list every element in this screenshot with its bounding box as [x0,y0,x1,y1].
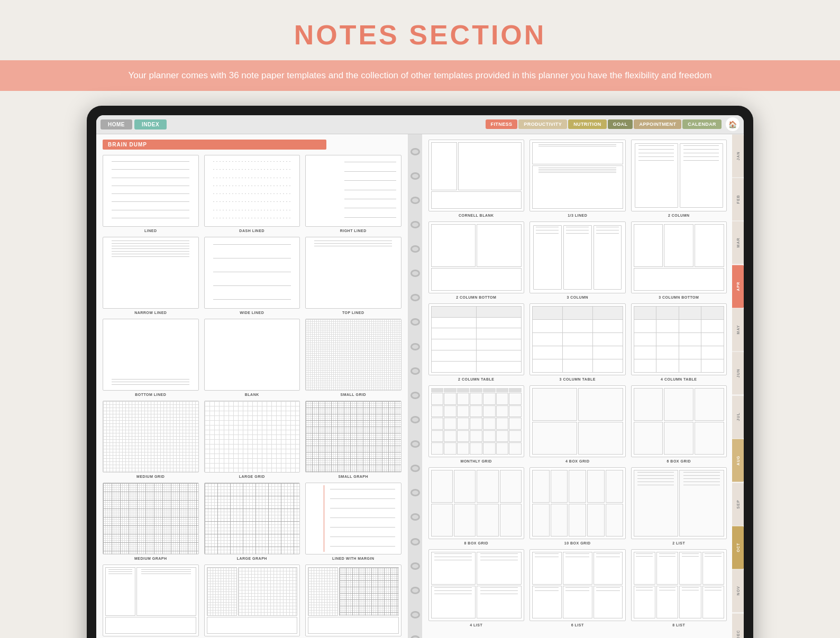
month-tab-jan[interactable]: JAN [732,134,744,177]
goal-tab[interactable]: GOAL [608,119,633,129]
left-page: BRAIN DUMP LINED [96,134,408,639]
month-tab-jun[interactable]: JUN [732,352,744,394]
month-tabs: JAN FEB MAR APR MAY JUN JUL AUG SEP OCT … [732,134,744,639]
template-cornell[interactable]: CORNELL [103,565,199,638]
home-icon[interactable]: 🏠 [726,117,739,131]
template-two-column-bottom[interactable]: 2 COLUMN BOTTOM [428,221,525,299]
top-navigation: HOME INDEX FITNESS PRODUCTIVITY NUTRITIO… [96,115,744,134]
content-area: BRAIN DUMP LINED [96,134,744,639]
template-lined-margin[interactable]: LINED WITH MARGIN [305,483,401,560]
template-cornell-graphed[interactable]: CORNELL GRAPHED [305,565,401,638]
template-top-lined[interactable]: TOP LINED [305,237,401,315]
month-tab-feb[interactable]: FEB [732,178,744,220]
tablet-screen: HOME INDEX FITNESS PRODUCTIVITY NUTRITIO… [96,115,744,639]
template-wide-lined[interactable]: WIDE LINED [204,237,300,315]
template-four-box-grid[interactable]: 4 BOX GRID [529,385,626,463]
template-six-list[interactable]: 6 LIST [529,549,626,627]
home-button[interactable]: HOME [101,119,132,130]
month-tab-aug[interactable]: AUG [732,439,744,482]
right-page: CORNELL BLANK [422,134,744,639]
fitness-tab[interactable]: FITNESS [486,119,518,129]
template-four-list[interactable]: 4 LIST [428,549,525,627]
page-title: NOTES SECTION [294,19,546,51]
month-tab-nov[interactable]: NOV [732,569,744,612]
category-tabs: FITNESS PRODUCTIVITY NUTRITION GOAL APPO… [486,117,739,131]
appointment-tab[interactable]: APPOINTMENT [634,119,681,129]
template-two-column-table[interactable]: 2 COLUMN TABLE [428,303,525,381]
template-three-column-table[interactable]: 3 COLUMN TABLE [529,303,626,381]
template-medium-graph[interactable]: MEDIUM GRAPH [103,483,199,560]
month-tab-oct[interactable]: OCT [732,526,744,569]
spiral-ring [410,148,420,155]
template-lined[interactable]: LINED [103,155,199,233]
template-eight-box-grid[interactable]: 8 BOX GRID [428,467,525,545]
index-button[interactable]: INDEX [134,119,167,130]
month-tab-may[interactable]: MAY [732,308,744,351]
template-monthly-grid[interactable]: MONTHLY GRID [428,385,525,463]
template-right-lined[interactable]: RIGHT LINED [305,155,401,233]
month-tab-mar[interactable]: MAR [732,221,744,264]
template-small-graph[interactable]: SMALL GRAPH [305,401,401,478]
template-three-column-bottom[interactable]: 3 COLUMN BOTTOM [631,221,727,299]
template-eight-list[interactable]: 8 LIST [631,549,727,627]
template-blank[interactable]: BLANK [204,319,300,396]
tablet-frame: HOME INDEX FITNESS PRODUCTIVITY NUTRITIO… [87,106,753,639]
month-tab-jul[interactable]: JUL [732,395,744,438]
month-tab-sep[interactable]: SEP [732,483,744,525]
template-medium-grid[interactable]: MEDIUM GRID [103,401,199,478]
template-three-column[interactable]: 3 COLUMN [529,221,626,299]
nutrition-tab[interactable]: NUTRITION [568,119,607,129]
calendar-tab[interactable]: CALENDAR [682,119,722,129]
productivity-tab[interactable]: PRODUCTIVITY [518,119,567,129]
template-one-third-lined[interactable]: 1/3 LINED [529,140,626,217]
brain-dump-header: BRAIN DUMP [103,140,326,150]
template-narrow-lined[interactable]: NARROW LINED [103,237,199,315]
spiral-binding [408,134,422,639]
template-ten-box-grid[interactable]: 10 BOX GRID [529,467,626,545]
template-bottom-lined[interactable]: BOTTOM LINED [103,319,199,396]
template-two-list[interactable]: 2 LIST [631,467,727,545]
left-template-grid: LINED DASH LINED [103,155,401,639]
template-four-column-table[interactable]: 4 COLUMN TABLE [631,303,727,381]
subtitle-banner: Your planner comes with 36 note paper te… [0,60,840,91]
template-cornell-grid[interactable]: CORNELL GRID [204,565,300,638]
month-tab-dec[interactable]: DEC [732,613,744,638]
template-two-column[interactable]: 2 COLUMN [631,140,727,217]
template-small-grid[interactable]: SMALL GRID [305,319,401,396]
template-cornell-blank[interactable]: CORNELL BLANK [428,140,525,217]
template-dash-lined[interactable]: DASH LINED [204,155,300,233]
right-template-grid: CORNELL BLANK [428,140,727,627]
template-six-box-grid[interactable]: 6 BOX GRID [631,385,727,463]
template-large-grid[interactable]: LARGE GRID [204,401,300,478]
month-tab-apr[interactable]: APR [732,265,744,308]
template-large-graph[interactable]: LARGE GRAPH [204,483,300,560]
subtitle-text: Your planner comes with 36 note paper te… [128,70,711,80]
